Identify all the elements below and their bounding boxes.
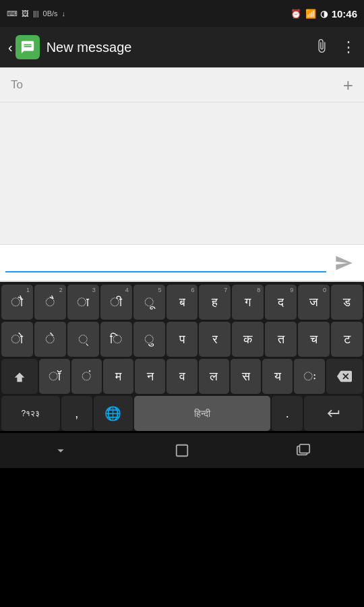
signal-icon: |||	[33, 9, 39, 18]
key-ii[interactable]: 4ी	[100, 285, 132, 320]
key-da[interactable]: 9द	[265, 285, 297, 320]
time-display: 10:46	[332, 8, 357, 20]
battery-icon: ◑	[320, 9, 328, 19]
key-aa[interactable]: 3ा	[67, 285, 99, 320]
status-left: ⌨ 🖼 ||| 0B/s ↓	[7, 9, 65, 18]
keyboard-row-2: ो े ् ि ु प र क त च ट	[1, 322, 363, 357]
key-ao[interactable]: ॉ	[39, 359, 69, 394]
app-title: New message	[47, 40, 302, 55]
key-ra[interactable]: र	[199, 322, 231, 357]
key-halant[interactable]: ्	[67, 322, 99, 357]
wifi-icon: 📶	[305, 9, 316, 19]
more-options-button[interactable]: ⋮	[341, 38, 356, 56]
space-key[interactable]: हिन्दी	[134, 396, 270, 431]
period-key[interactable]: .	[272, 396, 303, 431]
svg-rect-0	[177, 445, 188, 457]
keyboard: 1ौ 2ै 3ा 4ी 5ू 6ब 7ह 8ग 9द 0ज ड ो े ् ि …	[0, 282, 364, 431]
download-icon: ↓	[62, 9, 66, 18]
key-ja[interactable]: 0ज	[298, 285, 330, 320]
key-i[interactable]: ि	[100, 322, 132, 357]
recents-nav-button[interactable]	[283, 437, 324, 464]
status-right: ⏰ 📶 ◑ 10:46	[291, 8, 357, 20]
message-icon	[20, 40, 35, 55]
key-ai[interactable]: 2ै	[34, 285, 66, 320]
key-va[interactable]: व	[166, 359, 197, 394]
key-sa[interactable]: स	[231, 359, 261, 394]
key-ha[interactable]: 7ह	[199, 285, 231, 320]
key-pa[interactable]: प	[166, 322, 198, 357]
app-logo	[16, 35, 40, 59]
key-ta[interactable]: त	[265, 322, 297, 357]
keyboard-icon: ⌨	[7, 9, 18, 18]
language-key[interactable]: 🌐	[94, 396, 133, 431]
numbers-symbols-key[interactable]: ?१२३	[1, 396, 60, 431]
alarm-icon: ⏰	[291, 9, 301, 19]
key-uu[interactable]: 5ू	[133, 285, 165, 320]
text-input-row	[0, 244, 364, 282]
key-cha[interactable]: च	[298, 322, 330, 357]
nav-bar	[0, 433, 364, 468]
keyboard-row-3: ॉ ं म न व ल स य ः	[1, 359, 363, 394]
add-contact-button[interactable]: +	[343, 76, 353, 94]
back-button[interactable]: ‹	[8, 40, 13, 55]
back-nav-button[interactable]	[40, 437, 81, 464]
key-u[interactable]: ु	[133, 322, 165, 357]
comma-key[interactable]: ,	[61, 396, 92, 431]
key-o[interactable]: ो	[1, 322, 33, 357]
to-input[interactable]	[28, 78, 338, 92]
shift-key[interactable]	[1, 359, 38, 394]
key-dda[interactable]: ड	[331, 285, 363, 320]
key-ya[interactable]: य	[262, 359, 293, 394]
key-tta[interactable]: ट	[331, 322, 363, 357]
attach-button[interactable]	[314, 38, 329, 57]
key-visarga[interactable]: ः	[294, 359, 324, 394]
key-ka[interactable]: क	[232, 322, 264, 357]
enter-key[interactable]	[304, 396, 363, 431]
app-bar: ‹ New message ⋮	[0, 27, 364, 67]
key-au[interactable]: 1ौ	[1, 285, 33, 320]
key-e[interactable]: े	[34, 322, 66, 357]
data-speed: 0B/s	[43, 9, 58, 18]
send-icon	[334, 254, 353, 272]
status-bar: ⌨ 🖼 ||| 0B/s ↓ ⏰ 📶 ◑ 10:46	[0, 0, 364, 27]
key-ma[interactable]: म	[103, 359, 133, 394]
key-anusvara[interactable]: ं	[71, 359, 102, 394]
backspace-key[interactable]	[326, 359, 363, 394]
to-row: To +	[0, 67, 364, 103]
key-la[interactable]: ल	[199, 359, 229, 394]
keyboard-row-1: 1ौ 2ै 3ा 4ी 5ू 6ब 7ह 8ग 9द 0ज ड	[1, 285, 363, 320]
svg-rect-2	[300, 444, 310, 453]
send-button[interactable]	[329, 248, 359, 278]
key-ba[interactable]: 6ब	[166, 285, 198, 320]
message-input[interactable]	[5, 254, 326, 272]
to-label: To	[11, 78, 23, 92]
key-ga[interactable]: 8ग	[232, 285, 264, 320]
keyboard-row-4: ?१२३ , 🌐 हिन्दी .	[1, 396, 363, 431]
message-body-area	[0, 103, 364, 244]
home-nav-button[interactable]	[162, 437, 202, 464]
image-icon: 🖼	[22, 9, 29, 18]
compose-area: To +	[0, 67, 364, 244]
key-na[interactable]: न	[135, 359, 165, 394]
